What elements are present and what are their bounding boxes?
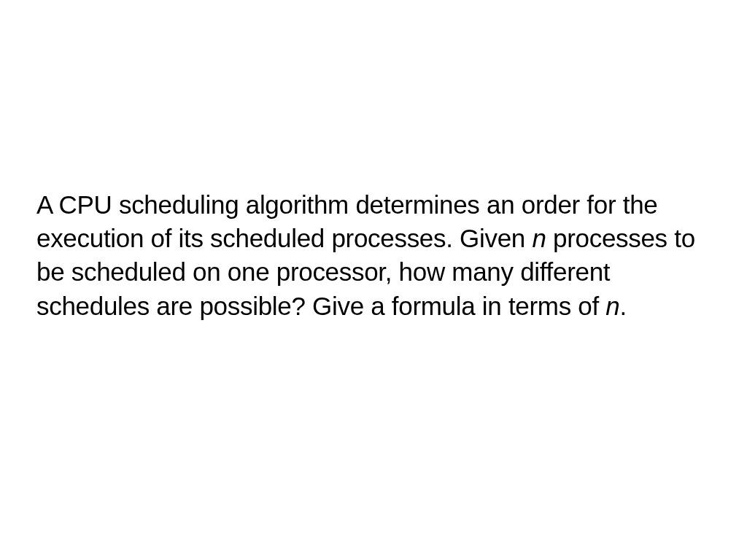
variable-n-1: n: [532, 224, 546, 252]
variable-n-2: n: [605, 292, 619, 320]
question-text: A CPU scheduling algorithm determines an…: [36, 188, 708, 323]
text-part-3: .: [620, 292, 627, 320]
